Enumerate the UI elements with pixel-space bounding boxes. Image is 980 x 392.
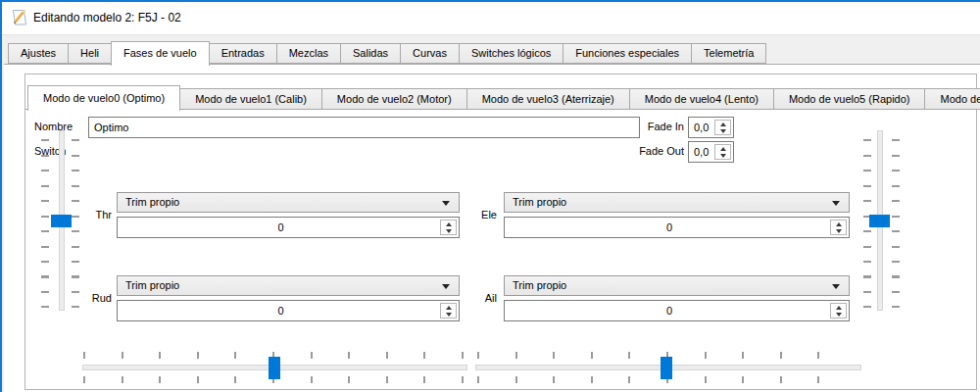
fade-out-value: 0,0	[694, 142, 713, 162]
fade-out-spinner[interactable]: 0,0	[688, 141, 734, 163]
spin-up-icon[interactable]	[836, 306, 842, 310]
titlebar: Editando modelo 2: F5J - 02	[2, 2, 980, 35]
rud-label: Rud	[73, 292, 112, 305]
tab-modo-de-vuelo6[interactable]: Modo de vuelo6	[924, 88, 980, 110]
left-vslider-ticks	[41, 139, 49, 308]
spin-down-icon[interactable]	[446, 313, 452, 317]
main-tabbar: Ajustes Heli Fases de vuelo Entradas Mez…	[8, 39, 765, 64]
ail-trim-mode-select[interactable]: Trim propio	[504, 275, 850, 296]
tab-modo-de-vuelo2[interactable]: Modo de vuelo2 (Motor)	[321, 88, 467, 110]
fade-out-label: Fade Out	[604, 145, 684, 158]
ail-label: Ail	[458, 292, 497, 305]
fases-de-vuelo-pane: Modo de vuelo0 (Optimo) Modo de vuelo1 (…	[4, 64, 980, 392]
ele-trim-mode-select[interactable]: Trim propio	[504, 192, 850, 213]
tab-modo-de-vuelo5[interactable]: Modo de vuelo5 (Rapido)	[773, 88, 926, 110]
ele-spin-buttons[interactable]	[830, 220, 847, 235]
name-label: Nombre	[34, 121, 73, 133]
window-title: Editando modelo 2: F5J - 02	[33, 2, 181, 34]
tab-modo-de-vuelo0[interactable]: Modo de vuelo0 (Optimo)	[27, 85, 180, 111]
fade-in-spinner[interactable]: 0,0	[688, 117, 734, 138]
rud-trim-mode-value: Trim propio	[125, 279, 179, 291]
tab-switches-logicos[interactable]: Switches lógicos	[459, 43, 564, 64]
left-vslider-ticks	[72, 139, 79, 308]
ail-trim-mode-value: Trim propio	[513, 279, 566, 291]
tab-telemetria[interactable]: Telemetría	[691, 43, 766, 64]
left-hslider-handle[interactable]	[269, 357, 280, 379]
tab-entradas[interactable]: Entradas	[209, 43, 277, 64]
thr-label: Thr	[73, 209, 112, 221]
model-edit-window: Editando modelo 2: F5J - 02 Ajustes Heli…	[0, 0, 980, 392]
spin-down-icon[interactable]	[836, 229, 842, 233]
tab-modo-de-vuelo3[interactable]: Modo de vuelo3 (Aterrizaje)	[466, 88, 630, 110]
rud-spin-buttons[interactable]	[440, 303, 457, 318]
thr-trim-value: 0	[122, 218, 439, 237]
ele-label: Ele	[458, 209, 497, 221]
chevron-down-icon	[832, 284, 840, 289]
chevron-down-icon	[442, 284, 450, 289]
rud-trim-value: 0	[122, 301, 439, 320]
flight-mode-frame: Modo de vuelo0 (Optimo) Modo de vuelo1 (…	[24, 74, 977, 390]
right-hslider-handle[interactable]	[661, 357, 672, 379]
fade-in-value: 0,0	[694, 118, 713, 137]
tab-fases-de-vuelo[interactable]: Fases de vuelo	[111, 41, 210, 66]
thr-trim-mode-value: Trim propio	[125, 196, 179, 208]
spin-up-icon[interactable]	[720, 122, 726, 126]
tab-modo-de-vuelo1[interactable]: Modo de vuelo1 (Calib)	[179, 88, 322, 110]
spin-up-icon[interactable]	[446, 222, 452, 226]
fade-in-spin-buttons[interactable]	[714, 120, 731, 135]
rud-trim-value-spinner[interactable]: 0	[117, 300, 460, 321]
right-vslider-handle[interactable]	[869, 215, 890, 227]
right-vslider-ticks	[892, 139, 900, 308]
ail-trim-value-spinner[interactable]: 0	[504, 300, 850, 321]
ail-spin-buttons[interactable]	[830, 303, 847, 318]
spin-down-icon[interactable]	[720, 129, 726, 133]
tab-funciones-especiales[interactable]: Funciones especiales	[563, 43, 692, 64]
spin-down-icon[interactable]	[720, 154, 726, 158]
fade-out-spin-buttons[interactable]	[714, 144, 731, 160]
ail-trim-value: 0	[510, 301, 829, 320]
tab-mezclas[interactable]: Mezclas	[276, 43, 341, 64]
rud-trim-mode-select[interactable]: Trim propio	[117, 275, 460, 296]
spin-down-icon[interactable]	[446, 229, 452, 233]
chevron-down-icon	[442, 201, 450, 206]
spin-up-icon[interactable]	[446, 306, 452, 310]
spin-down-icon[interactable]	[836, 313, 842, 317]
ele-trim-value-spinner[interactable]: 0	[504, 217, 850, 238]
thr-trim-mode-select[interactable]: Trim propio	[117, 192, 460, 213]
name-input[interactable]	[88, 117, 640, 138]
ele-trim-value: 0	[510, 218, 829, 237]
spin-up-icon[interactable]	[836, 222, 842, 226]
tab-heli[interactable]: Heli	[68, 43, 112, 64]
thr-trim-value-spinner[interactable]: 0	[117, 217, 460, 238]
ele-trim-mode-value: Trim propio	[513, 196, 566, 208]
thr-spin-buttons[interactable]	[440, 220, 457, 235]
chevron-down-icon	[832, 201, 840, 206]
tab-curvas[interactable]: Curvas	[400, 43, 460, 64]
spin-up-icon[interactable]	[720, 147, 726, 151]
fade-in-label: Fade In	[604, 121, 684, 133]
tab-ajustes[interactable]: Ajustes	[8, 43, 69, 64]
tab-modo-de-vuelo4[interactable]: Modo de vuelo4 (Lento)	[629, 88, 774, 110]
left-vslider-handle[interactable]	[51, 215, 72, 227]
model-edit-icon	[10, 8, 29, 27]
flight-mode-tabbar: Modo de vuelo0 (Optimo) Modo de vuelo1 (…	[27, 85, 980, 111]
tab-salidas[interactable]: Salidas	[340, 43, 401, 64]
